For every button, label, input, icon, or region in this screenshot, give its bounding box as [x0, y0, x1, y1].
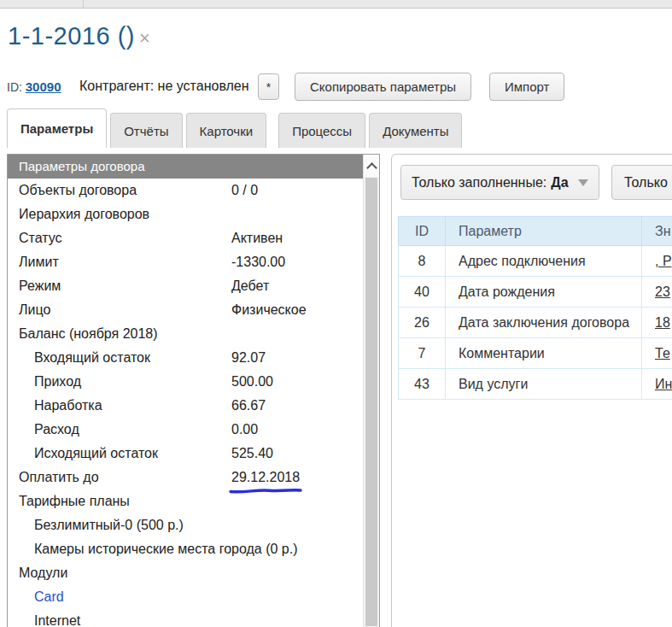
value-link[interactable]: 23 — [655, 284, 670, 299]
parameter-row[interactable]: Камеры исторические места города (0 р.) — [8, 537, 363, 561]
tab[interactable]: Документы — [369, 113, 462, 148]
parameter-value: Дебет — [231, 274, 269, 298]
parameter-row[interactable]: Исходящий остаток 525.40 — [8, 442, 363, 466]
counterparty-label: Контрагент: не установлен — [79, 79, 249, 94]
parameter-label: Иерархия договоров — [19, 202, 149, 226]
parameter-row[interactable]: Internet — [8, 609, 363, 627]
browser-top-strip — [0, 0, 672, 9]
parameter-label: Приход — [34, 370, 81, 394]
parameter-value: 500.00 — [231, 370, 273, 394]
table-row[interactable]: 43 Вид услуги Ин — [399, 369, 672, 400]
cell-id: 26 — [399, 308, 446, 338]
parameter-row[interactable]: Безлимитный-0 (500 р.) — [8, 513, 363, 537]
col-header-value: Зн — [642, 217, 672, 246]
parameter-label: Камеры исторические места города (0 р.) — [34, 537, 298, 561]
only-filled-dropdown[interactable]: Только заполненные: Да — [400, 165, 599, 200]
parameter-row[interactable]: Наработка 66.67 — [8, 394, 363, 418]
parameter-label: Объекты договора — [19, 179, 137, 202]
cell-param: Адрес подключения — [446, 246, 642, 277]
table-header-row: ID Параметр Зн — [399, 217, 672, 246]
tab[interactable]: Параметры — [7, 108, 107, 148]
close-icon[interactable]: × — [139, 29, 150, 48]
parameter-label: Card — [34, 585, 64, 609]
parameter-label: Безлимитный-0 (500 р.) — [34, 513, 184, 537]
cell-param: Вид услуги — [446, 369, 642, 400]
contract-id-link[interactable]: 30090 — [26, 79, 61, 94]
parameter-label: Режим — [19, 274, 61, 298]
value-link[interactable]: Ин — [655, 377, 672, 391]
parameter-row[interactable]: Приход 500.00 — [8, 370, 363, 394]
cell-value: , Р — [642, 246, 672, 277]
cell-id: 7 — [399, 338, 446, 369]
parameter-label: Расход — [34, 418, 79, 442]
cell-value: 18 — [642, 308, 672, 338]
page-title: 1-1-2016 () — [8, 22, 135, 50]
value-link[interactable]: , Р — [655, 254, 672, 268]
parameter-value: Физическое — [231, 298, 307, 322]
import-button[interactable]: Импорт — [489, 73, 564, 101]
tab-bar: Параметры Отчёты Карточки Процессы Докум… — [7, 108, 465, 148]
parameter-rows: Объекты договора 0 / 0 Иерархия договоро… — [8, 179, 363, 627]
col-header-param: Параметр — [446, 217, 642, 246]
asterisk-button[interactable]: * — [258, 73, 279, 100]
cell-id: 43 — [399, 369, 446, 400]
value-link[interactable]: 18 — [655, 315, 670, 330]
chevron-down-icon — [578, 179, 588, 186]
left-panel-header: Параметры договора — [8, 155, 364, 179]
parameter-label: Лицо — [19, 298, 50, 322]
parameter-value: 0 / 0 — [231, 179, 258, 202]
table-row[interactable]: 7 Комментарии Те — [399, 338, 672, 369]
cell-id: 8 — [399, 246, 446, 277]
parameter-row[interactable]: Лимит -1330.00 — [8, 250, 363, 274]
table-row[interactable]: 26 Дата заключения договора 18 — [399, 308, 672, 338]
parameter-row[interactable]: Иерархия договоров — [8, 202, 363, 226]
cell-id: 40 — [399, 277, 446, 308]
scroll-up-button[interactable] — [364, 155, 379, 177]
cell-param: Комментарии — [446, 338, 642, 369]
copy-parameters-button[interactable]: Скопировать параметры — [295, 73, 471, 101]
parameter-label: Исходящий остаток — [34, 442, 158, 466]
parameter-row[interactable]: Расход 0.00 — [8, 418, 363, 442]
parameter-row[interactable]: Статус Активен — [8, 226, 363, 250]
contract-header-row: ID: 30090 Контрагент: не установлен * Ск… — [0, 72, 672, 101]
parameter-row[interactable]: Входящий остаток 92.07 — [8, 346, 363, 370]
parameter-row[interactable]: Лицо Физическое — [8, 298, 363, 322]
parameter-label: Входящий остаток — [34, 346, 150, 370]
top-strip-divider — [83, 0, 84, 8]
parameter-label: Наработка — [34, 394, 102, 418]
chevron-up-icon — [366, 162, 377, 173]
parameter-value: -1330.00 — [231, 250, 285, 274]
parameter-row[interactable]: Модули — [8, 561, 363, 585]
table-row[interactable]: 40 Дата рождения 23 — [399, 277, 672, 308]
table-row[interactable]: 8 Адрес подключения , Р — [399, 246, 672, 277]
cell-param: Дата рождения — [446, 277, 642, 308]
parameter-value: 0.00 — [231, 418, 258, 442]
left-panel-scrollbar[interactable] — [363, 155, 379, 627]
id-label: ID: — [7, 80, 22, 94]
cell-value: 23 — [642, 277, 672, 308]
parameters-table: ID Параметр Зн 8 Адрес подключения , Р 4… — [398, 216, 672, 400]
parameter-label: Статус — [19, 226, 62, 250]
tab[interactable]: Карточки — [186, 113, 267, 148]
parameter-row[interactable]: Card — [8, 585, 363, 609]
col-header-id: ID — [399, 217, 446, 246]
tab-label: Карточки — [200, 124, 254, 138]
parameter-row[interactable]: Режим Дебет — [8, 274, 363, 298]
parameter-label: Лимит — [19, 250, 59, 274]
value-link[interactable]: Те — [655, 346, 670, 360]
contract-parameters-panel: Параметры договора Объекты договора 0 / … — [7, 154, 380, 627]
parameter-row[interactable]: Объекты договора 0 / 0 — [8, 179, 363, 202]
parameter-row[interactable]: Тарифные планы — [8, 489, 363, 513]
parameter-row[interactable]: Баланс (ноября 2018) — [8, 322, 363, 346]
parameter-row[interactable]: Оплатить до 29.12.2018 — [8, 466, 363, 489]
parameter-label: Модули — [19, 561, 67, 585]
second-filter-dropdown[interactable]: Только — [611, 165, 672, 200]
parameter-value: 29.12.2018 — [231, 466, 300, 489]
tab-label: Отчёты — [124, 124, 168, 138]
only-filled-value: Да — [551, 175, 568, 190]
scrollbar-thumb[interactable] — [365, 178, 377, 626]
tab[interactable]: Отчёты — [110, 113, 182, 148]
tab[interactable]: Процессы — [278, 113, 365, 148]
parameter-value: 66.67 — [231, 394, 266, 418]
parameter-value: Активен — [231, 226, 283, 250]
